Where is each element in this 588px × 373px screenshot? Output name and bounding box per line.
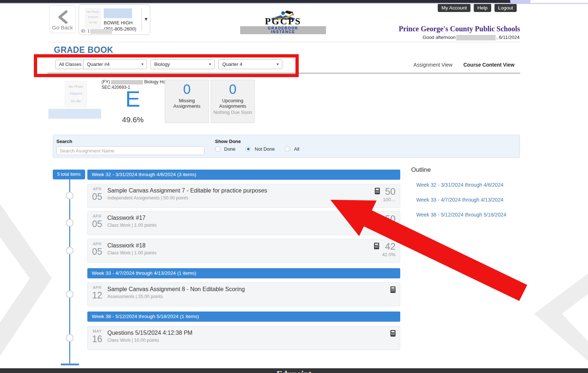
- upcoming-assignments-card[interactable]: 0 Upcoming Assignments Nothing Due Soon: [211, 80, 255, 123]
- assignment-day: 05: [92, 246, 102, 257]
- edupoint-watermark: Edupoint: [65, 92, 87, 95]
- student-dropdown-caret-icon[interactable]: ▼: [144, 16, 148, 22]
- assignment-score-block: [390, 285, 396, 293]
- radio-all-label: All: [294, 146, 299, 152]
- my-account-button[interactable]: My Account: [438, 4, 470, 12]
- assignment-meta: Assessments | 25.00 points: [107, 294, 163, 299]
- no-photo-text: No Photo: [86, 10, 100, 13]
- student-id: ID: 1: [81, 29, 112, 34]
- go-back-button[interactable]: Go Back: [49, 5, 76, 33]
- term-dropdown-value: Quarter #4: [87, 61, 110, 67]
- calculator-icon: [390, 330, 396, 337]
- logo-instance-text: GRADEBOOK INSTANCE: [240, 27, 326, 34]
- student-selector-card[interactable]: No Photo Edupoint On file BOWIE HIGH (30…: [79, 4, 150, 35]
- assignment-score: 50: [385, 214, 396, 224]
- assignment-title: Sample Canvas Assignment 8 - Non Editabl…: [107, 286, 245, 293]
- filter-divider: [47, 73, 520, 74]
- quarter-dropdown[interactable]: Quarter 4▾: [218, 59, 282, 69]
- outline-title: Outline: [411, 166, 431, 174]
- assignment-score-block: 50: [377, 214, 396, 224]
- assignment-row[interactable]: APR 05 Sample Canvas Assignment 7 - Edit…: [87, 184, 400, 208]
- footer-bar: Edupoint: [0, 368, 588, 373]
- assignment-month: APR: [93, 242, 102, 246]
- back-chevron-icon: [56, 10, 70, 24]
- assignment-row[interactable]: APR 05 Classwork #18 Class Work | 1.00 p…: [87, 239, 400, 263]
- calculator-icon: [374, 243, 379, 249]
- assignment-percent: 42.0%: [382, 252, 396, 257]
- outline-link-week38[interactable]: Week 38 - 5/12/2024 through 5/18/2024: [416, 212, 506, 218]
- assignment-month: APR: [93, 214, 102, 218]
- chevron-down-icon: ▾: [141, 60, 143, 69]
- assignment-row[interactable]: MAY 16 Questions 5/15/2024 4:12:38 PM Cl…: [87, 326, 400, 350]
- class-dropdown[interactable]: Biology▾: [150, 59, 215, 69]
- total-items-badge: 5 total items: [53, 170, 85, 179]
- logout-button[interactable]: Logout: [494, 4, 517, 12]
- assignment-title: Sample Canvas Assignment 7 - Editable fo…: [107, 187, 267, 194]
- outline-link-week33[interactable]: Week 33 - 4/7/2024 through 4/13/2024: [416, 197, 503, 203]
- show-done-label: Show Done: [215, 139, 241, 144]
- summary-photo-placeholder: No Photo Edupoint On file: [65, 81, 87, 107]
- assignment-month: MAY: [93, 329, 102, 333]
- greeting-name-redacted: [456, 35, 496, 40]
- student-name-redacted-large: [48, 109, 101, 119]
- greeting-date: , 6/11/2024: [496, 35, 520, 40]
- timeline-node: [66, 290, 74, 298]
- logo-instance-line2: INSTANCE: [240, 30, 326, 34]
- teacher-name-redacted: [111, 80, 143, 84]
- chevron-down-icon: ▾: [277, 60, 279, 69]
- missing-assignments-card[interactable]: 0 Missing Assignments: [165, 80, 209, 123]
- help-button[interactable]: Help: [474, 4, 491, 12]
- assignment-meta: Class Work | 10.00 points: [107, 338, 159, 343]
- chevron-down-icon: ▾: [209, 60, 211, 69]
- show-done-radio-group: Done Not Done All: [215, 146, 306, 152]
- radio-done[interactable]: [215, 146, 220, 152]
- edupoint-watermark: Edupoint: [86, 16, 100, 18]
- term-dropdown[interactable]: Quarter #4▾: [83, 59, 147, 69]
- week-header-32: Week 32 - 3/31/2024 through 4/6/2024 (3 …: [87, 170, 400, 180]
- timeline-end-cap: [61, 364, 79, 365]
- student-photo-placeholder: No Photo Edupoint On file: [85, 8, 101, 29]
- pgcps-logo: PGCPS GRADEBOOK INSTANCE: [240, 13, 326, 34]
- assignment-score-block: 42 42.0%: [374, 241, 396, 257]
- assignment-meta: Independent Assignments | 50.00 points: [107, 195, 188, 201]
- radio-not-done[interactable]: [246, 146, 251, 152]
- assignment-day: 05: [92, 191, 102, 202]
- radio-done-label: Done: [224, 146, 235, 152]
- card-divider: [142, 8, 142, 31]
- radio-not-done-label: Not Done: [255, 146, 275, 152]
- assignment-row[interactable]: APR 05 Classwork #17 Class Work | 1.00 p…: [87, 211, 400, 235]
- tab-course-content-view[interactable]: Course Content View: [463, 62, 514, 68]
- upcoming-sub: Nothing Due Soon: [211, 110, 254, 115]
- missing-label: Missing Assignments: [165, 98, 208, 109]
- upcoming-count: 0: [211, 82, 254, 97]
- search-input[interactable]: [56, 146, 204, 155]
- assignment-meta: Class Work | 1.00 points: [107, 250, 156, 255]
- missing-count: 0: [165, 82, 208, 97]
- page-title: GRADE BOOK: [54, 45, 113, 55]
- assignment-percent: 100…: [383, 197, 396, 202]
- go-back-label: Go Back: [49, 24, 75, 31]
- search-label: Search: [56, 139, 72, 144]
- gradebook-page: Go Back No Photo Edupoint On file BOWIE …: [0, 0, 588, 373]
- grade-letter: E: [123, 87, 143, 111]
- logo-brand-text: PGCPS: [240, 17, 326, 26]
- all-classes-button[interactable]: All Classes: [55, 60, 85, 69]
- assignment-row[interactable]: APR 12 Sample Canvas Assignment 8 - Non …: [87, 282, 400, 306]
- class-dropdown-value: Biology: [154, 61, 170, 67]
- top-corner-tab: [510, 0, 531, 4]
- timeline-node: [66, 247, 74, 254]
- outline-link-week32[interactable]: Week 32 - 3/31/2024 through 4/6/2024: [416, 182, 503, 188]
- week-header-33: Week 33 - 4/7/2024 through 4/13/2024 (1 …: [87, 268, 400, 278]
- district-name: Prince George's County Public Schools: [396, 25, 520, 33]
- assignment-score: 50: [385, 186, 396, 197]
- quarter-dropdown-value: Quarter 4: [222, 61, 242, 67]
- footer-brand: Edupoint: [0, 369, 588, 373]
- upcoming-label: Upcoming Assignments: [211, 98, 254, 109]
- radio-all[interactable]: [285, 146, 290, 152]
- student-id-label: ID: 1: [81, 29, 90, 33]
- account-buttons: My Account Help Logout: [438, 4, 517, 12]
- assignment-day: 05: [92, 219, 102, 229]
- tab-assignment-view[interactable]: Assignment View: [413, 62, 452, 68]
- search-panel: Search Show Done Done Not Done All: [53, 135, 520, 158]
- student-school: BOWIE HIGH: [104, 20, 132, 25]
